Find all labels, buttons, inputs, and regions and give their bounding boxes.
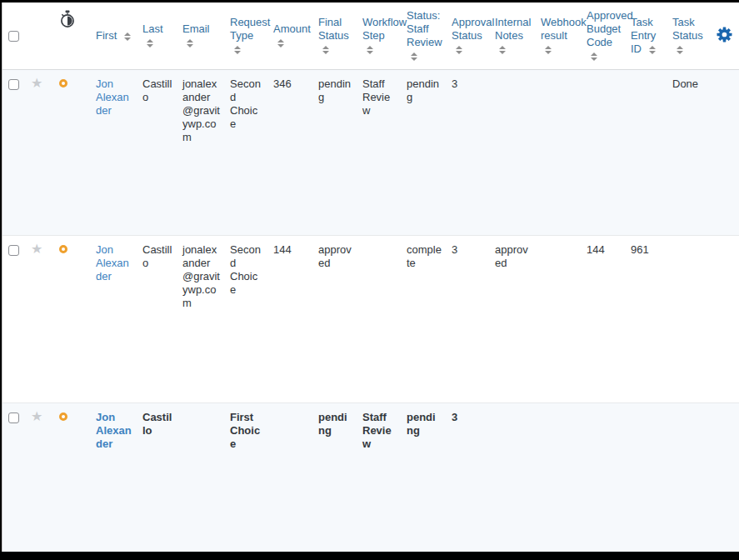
column-header-approval-status: Approval Status <box>445 2 488 70</box>
cell-status-staff-review: complete <box>400 236 445 403</box>
sort-arrows-icon[interactable] <box>411 52 417 61</box>
column-label: Last <box>142 22 163 35</box>
row-select-checkbox[interactable] <box>8 412 19 423</box>
cell-last: Castillo <box>136 403 176 552</box>
sort-arrows-icon[interactable] <box>234 46 241 54</box>
column-label: Email <box>182 22 210 35</box>
active-status-ring-icon <box>59 412 67 421</box>
column-header-last: Last <box>136 2 176 70</box>
cell-first: Jon Alexander <box>89 70 136 236</box>
cell-final-status: pending <box>312 70 356 236</box>
column-label: Task Status <box>672 16 703 42</box>
cell-task-entry-id <box>624 403 666 552</box>
cell-task-status: Done <box>666 70 709 236</box>
cell-status-staff-review: pending <box>400 403 445 552</box>
select-all-checkbox[interactable] <box>8 31 19 42</box>
cell-final-status: approved <box>312 236 356 403</box>
entry-link[interactable]: Jon Alexander <box>96 243 129 282</box>
sort-arrows-icon[interactable] <box>677 46 683 54</box>
sort-link-task-status[interactable]: Task Status <box>672 16 703 55</box>
cell-email: jonalexander@gravitywp.com <box>176 70 223 236</box>
cell-actions <box>709 70 739 236</box>
star-icon[interactable]: ★ <box>31 411 42 422</box>
cell-amount: 346 <box>267 70 312 236</box>
sort-arrows-icon[interactable] <box>545 46 552 54</box>
column-label: Final Status <box>318 16 349 42</box>
active-status-ring-icon <box>59 79 67 88</box>
sort-arrows-icon[interactable] <box>147 39 153 48</box>
cell-webhook-result <box>534 403 580 552</box>
cell-task-status <box>666 236 709 403</box>
cell-approved-budget-code: 144 <box>580 236 624 403</box>
row-select-checkbox[interactable] <box>8 79 19 90</box>
gear-icon[interactable] <box>717 27 732 42</box>
cell-request-type: Second Choice <box>223 70 267 236</box>
cell-amount <box>267 403 312 552</box>
column-header-amount: Amount <box>267 2 312 70</box>
column-header-workflow-step: Workflow Step <box>356 2 400 70</box>
cell-email: jonalexander@gravitywp.com <box>176 236 223 403</box>
sort-arrows-icon[interactable] <box>456 46 462 54</box>
star-icon[interactable]: ★ <box>31 78 42 89</box>
column-header-internal-notes: Internal Notes <box>488 2 534 70</box>
entry-link[interactable]: Jon Alexander <box>96 78 129 117</box>
row-select-checkbox[interactable] <box>8 245 19 256</box>
sort-link-request-type[interactable]: Request Type <box>230 16 270 55</box>
sort-arrows-icon[interactable] <box>367 46 373 54</box>
column-label: Amount <box>273 22 311 35</box>
sort-link-amount[interactable]: Amount <box>273 22 311 48</box>
sort-link-last[interactable]: Last <box>142 22 163 48</box>
cell-task-entry-id <box>624 70 666 236</box>
cell-final-status: pending <box>312 403 356 552</box>
table-row: ★ Jon Alexander Castillo jonalexander@gr… <box>2 70 739 236</box>
cell-first: Jon Alexander <box>89 236 136 403</box>
sort-arrows-icon[interactable] <box>499 46 506 54</box>
cell-approval-status: 3 <box>445 403 488 552</box>
sort-arrows-icon[interactable] <box>591 52 597 61</box>
cell-last: Castillo <box>136 236 176 403</box>
column-label: Internal Notes <box>495 16 531 42</box>
column-header-approved-budget-code: Approved Budget Code <box>580 2 624 70</box>
cell-task-status <box>666 403 709 552</box>
column-header-status-staff-review: Status: Staff Review <box>400 2 445 70</box>
column-header-email: Email <box>176 2 223 70</box>
status-column-header <box>49 2 89 70</box>
cell-webhook-result <box>534 236 580 403</box>
sort-arrows-icon[interactable] <box>649 46 656 54</box>
cell-actions <box>709 403 739 552</box>
table-row: ★ Jon Alexander Castillo First Choice pe… <box>2 403 739 552</box>
column-header-first: First <box>89 2 136 70</box>
sort-link-internal-notes[interactable]: Internal Notes <box>495 16 531 55</box>
sort-arrows-icon[interactable] <box>277 39 284 48</box>
cell-last: Castillo <box>136 70 176 236</box>
table-header-row: First Last Email Request Type Amount Fin… <box>2 2 739 70</box>
cell-workflow-step: Staff Review <box>356 70 400 236</box>
sort-link-email[interactable]: Email <box>182 22 210 48</box>
sort-arrows-icon[interactable] <box>322 46 329 54</box>
sort-link-task-entry-id[interactable]: Task Entry ID <box>631 16 656 55</box>
cell-status-staff-review: pending <box>400 70 445 236</box>
star-icon[interactable]: ★ <box>31 243 42 255</box>
sort-arrows-icon[interactable] <box>124 32 131 41</box>
stopwatch-icon <box>59 10 76 28</box>
cell-request-type: Second Choice <box>223 236 267 403</box>
cell-approved-budget-code <box>580 403 624 552</box>
entry-link[interactable]: Jon Alexander <box>96 411 132 450</box>
cell-approved-budget-code <box>580 70 624 236</box>
cell-amount: 144 <box>267 236 312 403</box>
sort-link-status-staff-review[interactable]: Status: Staff Review <box>407 9 442 62</box>
sort-arrows-icon[interactable] <box>187 39 193 48</box>
cell-actions <box>709 236 739 403</box>
cell-internal-notes <box>488 70 534 236</box>
cell-approval-status: 3 <box>445 70 488 236</box>
column-label: Request Type <box>230 16 270 42</box>
cell-request-type: First Choice <box>223 403 267 552</box>
sort-link-final-status[interactable]: Final Status <box>318 16 349 55</box>
cell-first: Jon Alexander <box>89 403 136 552</box>
cell-workflow-step <box>356 236 400 403</box>
sort-link-first[interactable]: First <box>96 29 131 42</box>
cell-task-entry-id: 961 <box>624 236 666 403</box>
settings-column-header <box>709 2 739 70</box>
entries-table-viewport: First Last Email Request Type Amount Fin… <box>2 2 739 552</box>
active-status-ring-icon <box>59 245 67 253</box>
